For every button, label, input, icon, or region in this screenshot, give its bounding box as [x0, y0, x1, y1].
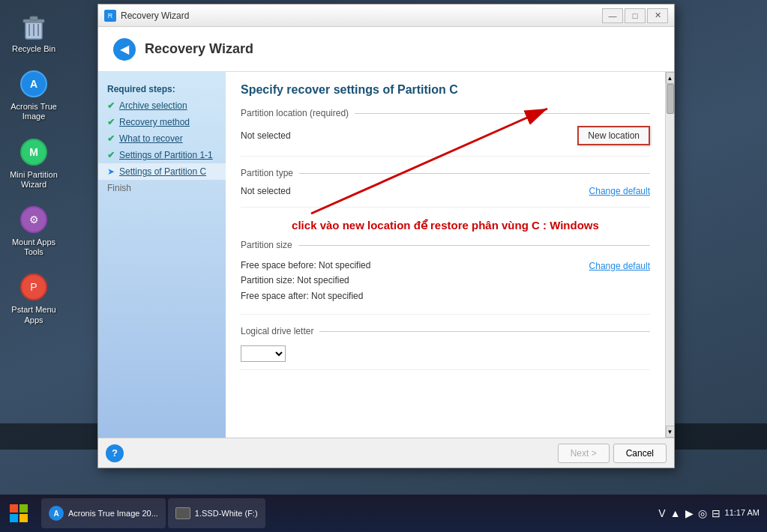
partition-size-section: Partition size Free space before: Not sp… [241, 240, 650, 315]
scroll-down-button[interactable]: ▼ [666, 426, 675, 438]
partition-location-value-row: Not selected New location [241, 123, 650, 148]
app-icon: R [104, 10, 116, 22]
partition-type-label: Partition type [241, 168, 293, 178]
cancel-button[interactable]: Cancel [613, 444, 667, 463]
pstart-icon-item[interactable]: P Pstart Menu Apps [7, 272, 60, 324]
sidebar-item-finish: Finish [98, 180, 226, 196]
taskbar-item-acronis[interactable]: A Acronis True Image 20... [41, 498, 166, 528]
scrollbar-thumb[interactable] [667, 84, 674, 114]
sidebar-item-partition1[interactable]: ✔ Settings of Partition 1-1 [98, 147, 226, 163]
change-default-link-type[interactable]: Change default [589, 186, 650, 196]
free-space-after: Free space after: Not specified [241, 288, 370, 303]
free-space-before: Free space before: Not specified [241, 258, 370, 273]
start-button[interactable] [4, 498, 34, 528]
back-button[interactable]: ◀ [113, 38, 136, 61]
new-location-button[interactable]: New location [577, 126, 650, 145]
partition-size-details: Free space before: Not specified Partiti… [241, 258, 370, 303]
ssd-task-icon [175, 507, 190, 519]
partition-type-value-row: Not selected Change default [241, 183, 650, 199]
mount-apps-icon: ⚙ [19, 205, 49, 235]
check-icon-archive: ✔ [107, 100, 115, 111]
desktop-icon-list: Recycle Bin A Acronis True Image M Mini … [7, 11, 60, 325]
volume-icon[interactable]: V [658, 507, 665, 519]
mini-partition-icon-item[interactable]: M Mini Partition Wizard [7, 137, 60, 190]
sidebar-link-partitionC[interactable]: Settings of Partition C [119, 166, 206, 177]
sidebar-link-archive[interactable]: Archive selection [119, 100, 187, 111]
check-icon-what: ✔ [107, 133, 115, 144]
acronis-label: Acronis True Image [7, 102, 60, 121]
recycle-bin-label: Recycle Bin [12, 44, 55, 54]
taskbar: A Acronis True Image 20... 1.SSD-White (… [0, 495, 767, 532]
logical-drive-line [319, 331, 650, 332]
partition-location-section: Partition location (required) Not select… [241, 108, 650, 157]
svg-rect-9 [19, 504, 28, 513]
taskbar-item-ssd[interactable]: 1.SSD-White (F:) [168, 498, 265, 528]
svg-rect-2 [30, 16, 37, 20]
arrow-icon-partitionC: ➤ [107, 166, 115, 177]
sidebar-item-partitionC[interactable]: ➤ Settings of Partition C [98, 163, 226, 180]
sidebar-link-method[interactable]: Recovery method [119, 117, 190, 127]
partition-size-value: Partition size: Not specified [241, 273, 370, 288]
maximize-button[interactable]: □ [625, 8, 646, 23]
sidebar-item-what[interactable]: ✔ What to recover [98, 130, 226, 147]
finish-label: Finish [107, 183, 131, 193]
partition-location-value: Not selected [241, 130, 570, 141]
svg-rect-11 [19, 514, 28, 522]
instruction-text: click vào new location để restore phân v… [241, 219, 650, 232]
logical-drive-divider: Logical drive letter [241, 326, 650, 336]
scrollbar-track [667, 84, 674, 426]
acronis-task-icon: A [49, 506, 64, 521]
recycle-bin-icon-item[interactable]: Recycle Bin [7, 11, 60, 54]
partition-location-label: Partition location (required) [241, 108, 349, 118]
network-icon[interactable]: ▲ [670, 507, 681, 519]
logical-drive-section: Logical drive letter [241, 326, 650, 370]
partition-type-value: Not selected [241, 186, 582, 196]
wizard-content: Specify recover settings of Partition C … [226, 72, 665, 438]
wizard-header-title: Recovery Wizard [145, 41, 253, 57]
acronis-icon: A [19, 69, 49, 99]
taskbar-items: A Acronis True Image 20... 1.SSD-White (… [37, 498, 658, 528]
svg-rect-8 [10, 504, 18, 513]
minimize-button[interactable]: — [602, 8, 623, 23]
pstart-icon: P [19, 272, 49, 302]
help-button[interactable]: ? [106, 444, 124, 462]
partition-size-value-row: Free space before: Not specified Partiti… [241, 255, 650, 306]
partition-size-divider: Partition size [241, 240, 650, 250]
scroll-up-button[interactable]: ▲ [666, 72, 675, 84]
change-default-link-size[interactable]: Change default [589, 261, 650, 271]
action-icon[interactable]: ⊟ [712, 507, 721, 519]
sidebar-item-archive[interactable]: ✔ Archive selection [98, 97, 226, 114]
acronis-task-label: Acronis True Image 20... [68, 509, 158, 518]
logical-drive-select[interactable] [241, 345, 286, 362]
check-icon-method: ✔ [107, 117, 115, 127]
partition-location-line [355, 113, 650, 114]
next-button[interactable]: Next > [558, 444, 610, 463]
partition-size-label: Partition size [241, 240, 292, 250]
sidebar-item-method[interactable]: ✔ Recovery method [98, 114, 226, 130]
battery-icon[interactable]: ◎ [698, 507, 707, 519]
sidebar-link-partition1[interactable]: Settings of Partition 1-1 [119, 150, 213, 160]
window-title: Recovery Wizard [121, 10, 598, 21]
mount-apps-label: Mount Apps Tools [7, 238, 60, 257]
media-icon[interactable]: ▶ [685, 507, 694, 519]
wizard-scrollbar: ▲ ▼ [665, 72, 674, 438]
ssd-task-label: 1.SSD-White (F:) [195, 509, 258, 518]
partition-type-line [299, 173, 650, 174]
logical-drive-label: Logical drive letter [241, 326, 313, 336]
check-icon-partition1: ✔ [107, 150, 115, 160]
mini-partition-label: Mini Partition Wizard [7, 170, 60, 190]
pstart-label: Pstart Menu Apps [7, 305, 60, 324]
recycle-bin-icon [19, 11, 49, 41]
acronis-icon-item[interactable]: A Acronis True Image [7, 69, 60, 121]
sidebar-section-label: Required steps: [98, 79, 226, 97]
partition-type-section: Partition type Not selected Change defau… [241, 168, 650, 208]
title-bar: R Recovery Wizard — □ ✕ [98, 4, 674, 27]
partition-location-divider: Partition location (required) [241, 108, 650, 118]
close-button[interactable]: ✕ [647, 8, 668, 23]
wizard-header: ◀ Recovery Wizard [98, 27, 674, 72]
svg-rect-10 [10, 514, 18, 522]
mount-apps-icon-item[interactable]: ⚙ Mount Apps Tools [7, 205, 60, 257]
partition-type-divider: Partition type [241, 168, 650, 178]
partition-size-line [298, 245, 650, 246]
sidebar-link-what[interactable]: What to recover [119, 133, 183, 144]
